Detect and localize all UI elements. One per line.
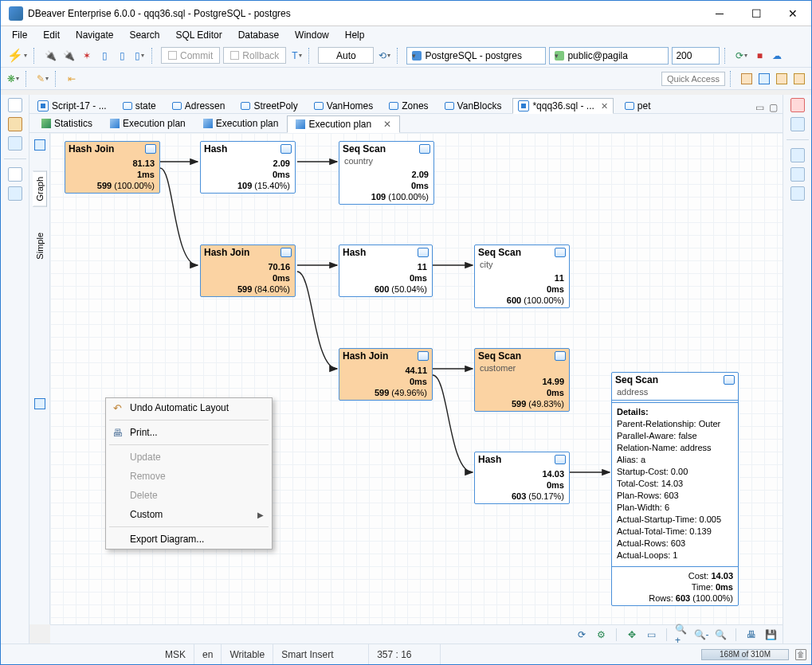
persp-icon-2[interactable] (757, 71, 771, 87)
tab-state[interactable]: state (118, 99, 161, 113)
gc-trash-icon[interactable]: 🗑 (795, 649, 806, 660)
right-rail (783, 95, 811, 643)
table-icon (123, 102, 132, 110)
ctx-custom[interactable]: Custom▶ (106, 505, 272, 524)
close-icon[interactable]: ✕ (601, 101, 608, 111)
ctx-print[interactable]: 🖶 Print... (106, 423, 272, 442)
history-icon[interactable]: ⟲▾ (377, 48, 392, 64)
tx-mode-icon[interactable]: T▾ (289, 48, 304, 64)
maximize-button[interactable]: ☐ (738, 1, 775, 26)
menu-edit[interactable]: Edit (37, 28, 66, 42)
tab-vanhomes[interactable]: VanHomes (309, 99, 378, 113)
tab-statistics[interactable]: Statistics (33, 115, 101, 132)
fit-icon[interactable]: ✥ (625, 628, 639, 642)
tab-qqq36[interactable]: *qqq36.sql - ...✕ (512, 98, 613, 114)
commit-button[interactable]: Commit (161, 47, 220, 64)
plan-node-seqscan-country[interactable]: Seq Scan country 2.090ms109 (100.00%) (339, 141, 434, 205)
menu-database[interactable]: Database (232, 28, 285, 42)
rail-r-icon-2[interactable] (790, 117, 805, 131)
save-diagram-icon[interactable]: 💾 (763, 628, 778, 642)
settings-icon[interactable]: ⚙ (594, 628, 608, 642)
node-stats: 70.160ms599 (84.60%) (201, 260, 295, 296)
plan-node-hashjoin-3[interactable]: Hash Join 70.160ms599 (84.60%) (200, 244, 296, 297)
plan-node-hash-1[interactable]: Hash 2.090ms109 (15.40%) (200, 141, 296, 194)
close-button[interactable]: ✕ (775, 1, 811, 26)
plan-node-hash-8[interactable]: Hash 14.030ms603 (50.17%) (474, 452, 570, 504)
plan-node-hash-4[interactable]: Hash 110ms600 (50.04%) (339, 244, 433, 297)
persp-icon-1[interactable] (739, 71, 754, 87)
quick-access-input[interactable]: Quick Access (661, 72, 725, 86)
persp-icon-3[interactable] (775, 71, 789, 87)
schema-combo[interactable]: public@pagila ▾ (549, 47, 669, 65)
sql-new-icon[interactable]: ▯ (97, 48, 112, 64)
plan-node-hashjoin-6[interactable]: Hash Join 44.110ms599 (49.96%) (339, 348, 433, 401)
refresh-diagram-icon[interactable]: ⟳ (575, 628, 589, 642)
persp-icon-4[interactable] (792, 71, 806, 87)
menu-search[interactable]: Search (123, 28, 166, 42)
node-relation: customer (475, 363, 569, 374)
rows-input[interactable] (672, 47, 720, 65)
refresh-icon[interactable]: ⟳▾ (734, 48, 749, 64)
plan-node-hashjoin-0[interactable]: Hash Join 81.131ms599 (100.00%) (65, 141, 160, 194)
rail-r-icon-1[interactable] (790, 98, 805, 112)
tab-streetpoly[interactable]: StreetPoly (236, 99, 302, 113)
tab-exec-plan-1[interactable]: Execution plan (101, 115, 194, 132)
menu-window[interactable]: Window (288, 28, 335, 42)
separator (397, 48, 402, 64)
center-icon[interactable]: ▭ (644, 628, 658, 642)
stop-icon[interactable]: ■ (752, 48, 767, 64)
undo-icon: ↶ (111, 401, 124, 414)
menu-file[interactable]: File (6, 28, 33, 42)
auto-button[interactable]: Auto (318, 47, 374, 64)
invalidate-icon[interactable]: ✶ (80, 48, 94, 64)
rail-projects-icon[interactable] (8, 117, 22, 131)
plan-node-seqscan-city[interactable]: Seq Scan city 110ms600 (100.00%) (474, 244, 570, 308)
print-diagram-icon[interactable]: 🖶 (744, 628, 759, 642)
zoom-reset-icon[interactable]: 🔍 (713, 628, 728, 642)
rollback-button[interactable]: Rollback (223, 47, 286, 64)
minimize-button[interactable]: ─ (701, 1, 738, 26)
zoom-in-icon[interactable]: 🔍+ (675, 628, 689, 642)
plan-node-seqscan-address[interactable]: Seq Scan address Details: Parent-Relatio… (611, 372, 739, 606)
rail-r-icon-5[interactable] (790, 186, 805, 201)
pin-icon[interactable]: ⇤ (65, 71, 79, 87)
rail-icon-3[interactable] (8, 136, 22, 151)
zoom-out-icon[interactable]: 🔍- (694, 628, 708, 642)
plan-tab-graph[interactable]: Graph (33, 171, 47, 207)
connect-icon[interactable]: 🔌 (43, 48, 58, 64)
rail-db-navigator-icon[interactable] (8, 98, 22, 112)
menu-navigate[interactable]: Navigate (69, 28, 120, 42)
new-connection-icon[interactable]: ⚡▾ (6, 48, 29, 64)
plan-node-seqscan-customer[interactable]: Seq Scan customer 14.990ms599 (49.83%) (474, 348, 570, 412)
menu-help[interactable]: Help (339, 28, 371, 42)
minimize-view-icon[interactable]: ▭ (755, 102, 764, 113)
tab-pet[interactable]: pet (620, 99, 656, 113)
tab-vanblocks[interactable]: VanBlocks (440, 99, 507, 113)
maximize-view-icon[interactable]: ▢ (769, 102, 778, 113)
sql-recent-icon[interactable]: ▯ (115, 48, 129, 64)
sql-open-icon[interactable]: ▯▾ (132, 48, 147, 64)
tab-script-17[interactable]: Script-17 - ... (33, 99, 112, 113)
ctx-undo-layout[interactable]: ↶ Undo Automatic Layout (106, 398, 272, 417)
cloud-icon[interactable]: ☁ (770, 48, 784, 64)
tab-exec-plan-2[interactable]: Execution plan (194, 115, 288, 132)
tab-exec-plan-3[interactable]: Execution plan ✕ (287, 115, 399, 133)
memory-usage-bar[interactable]: 168M of 310M (701, 649, 789, 660)
plan-tab-simple[interactable]: Simple (33, 228, 46, 264)
connection-combo[interactable]: PostgreSQL - postgres ▾ (406, 47, 546, 65)
rail-r-icon-3[interactable] (790, 148, 805, 162)
debug-icon[interactable]: ❋▾ (6, 71, 21, 87)
rail-icon-4[interactable] (8, 167, 22, 182)
rail-icon-5[interactable] (8, 186, 22, 201)
close-icon[interactable]: ✕ (383, 119, 391, 130)
node-stats: 14.030ms603 (50.17%) (475, 467, 569, 503)
rail-r-icon-4[interactable] (790, 167, 805, 182)
tab-adressen[interactable]: Adressen (167, 99, 230, 113)
ctx-export-diagram[interactable]: Export Diagram... (106, 530, 272, 549)
edit-icon[interactable]: ✎▾ (35, 71, 50, 87)
menu-sql-editor[interactable]: SQL Editor (169, 28, 228, 42)
disconnect-icon[interactable]: 🔌 (61, 48, 76, 64)
plan-canvas[interactable]: Hash Join 81.131ms599 (100.00%) Hash 2.0… (50, 133, 783, 624)
tab-zones[interactable]: Zones (384, 99, 433, 113)
node-relation: city (475, 260, 569, 271)
